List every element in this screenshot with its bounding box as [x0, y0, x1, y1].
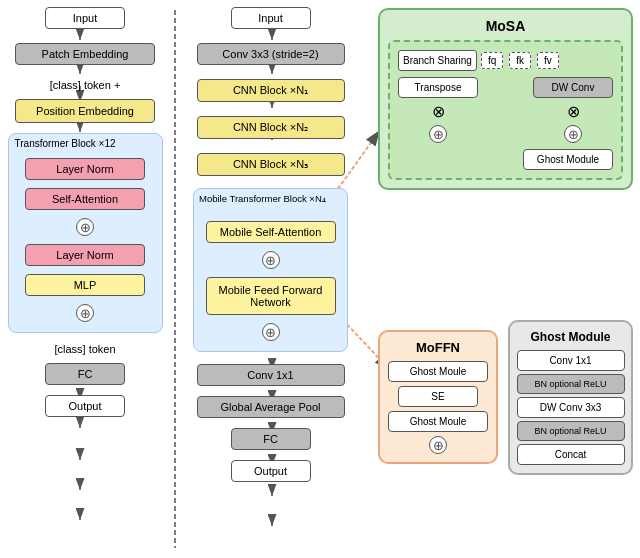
mobile-transformer-container: Mobile Transformer Block ×N₄ Mobile Self…: [193, 188, 348, 352]
ghost-moule-1: Ghost Moule: [388, 361, 488, 382]
gm-concat: Concat: [517, 444, 625, 465]
fq-box: fq: [481, 52, 503, 69]
gm-bn-relu-1: BN optional ReLU: [517, 374, 625, 394]
dw-add: ⊕: [564, 125, 582, 143]
mobile-self-attention: Mobile Self-Attention: [206, 221, 336, 243]
gm-dw-conv3x3: DW Conv 3x3: [517, 397, 625, 418]
fk-box: fk: [509, 52, 531, 69]
position-embedding: Position Embedding: [15, 99, 155, 123]
output-left: Output: [45, 395, 125, 417]
global-avg-pool: Global Average Pool: [197, 396, 345, 418]
mosa-label: MoSA: [388, 18, 623, 34]
residual-add-2: ⊕: [76, 304, 94, 322]
transpose-dw-row: Transpose ⊗ ⊕ DW Conv ⊗ ⊕: [398, 77, 613, 143]
ghost-module-inner: Conv 1x1 BN optional ReLU DW Conv 3x3 BN…: [518, 350, 623, 465]
mobile-ffn: Mobile Feed Forward Network: [206, 277, 336, 315]
branch-sharing-row: Branch Sharing fq fk fv: [398, 50, 613, 71]
mlp: MLP: [25, 274, 145, 296]
moffn-container: MoFFN Ghost Moule SE Ghost Moule ⊕: [378, 330, 498, 464]
ghost-module-in-mosa: Ghost Module: [523, 149, 613, 170]
cnn-block-n1: CNN Block ×N₁: [197, 79, 345, 102]
mosa-inner: Branch Sharing fq fk fv: [388, 40, 623, 180]
self-attention: Self-Attention: [25, 188, 145, 210]
gm-bn-relu-2: BN optional ReLU: [517, 421, 625, 441]
middle-column: Input Conv 3x3 (stride=2) CNN Block ×N₁ …: [188, 5, 353, 482]
moffn-inner: Ghost Moule SE Ghost Moule ⊕: [388, 361, 488, 454]
fc-mid: FC: [231, 428, 311, 450]
dw-conv-box: DW Conv: [533, 77, 613, 98]
ghost-moule-2: Ghost Moule: [388, 411, 488, 432]
output-mid: Output: [231, 460, 311, 482]
mosa-container: MoSA Branch Sharing fq fk fv: [378, 8, 633, 190]
ghost-module-label: Ghost Module: [518, 330, 623, 344]
fc-left: FC: [45, 363, 125, 385]
left-column: Input Patch Embedding [class] token + Po…: [5, 5, 165, 417]
moffn-add: ⊕: [429, 436, 447, 454]
transformer-block-container: Transformer Block ×12 Layer Norm Self-At…: [8, 133, 163, 333]
layer-norm-1: Layer Norm: [25, 158, 145, 180]
architecture-diagram: Input Patch Embedding [class] token + Po…: [0, 0, 640, 558]
residual-add-1: ⊕: [76, 218, 94, 236]
transformer-block-label: Transformer Block ×12: [15, 138, 116, 149]
moffn-label: MoFFN: [388, 340, 488, 355]
dw-conv-section: DW Conv ⊗ ⊕: [533, 77, 613, 143]
conv1x1-mid: Conv 1x1: [197, 364, 345, 386]
gm-conv1x1: Conv 1x1: [517, 350, 625, 371]
input-left: Input: [45, 7, 125, 29]
cnn-block-n2: CNN Block ×N₂: [197, 116, 345, 139]
mobile-transformer-label: Mobile Transformer Block ×N₄: [199, 193, 342, 205]
conv3x3: Conv 3x3 (stride=2): [197, 43, 345, 65]
se-box: SE: [398, 386, 478, 407]
transpose-box: Transpose: [398, 77, 478, 98]
cls-token-label: [class] token +: [50, 79, 121, 91]
mosa-add: ⊕: [429, 125, 447, 143]
ghost-module-container: Ghost Module Conv 1x1 BN optional ReLU D…: [508, 320, 633, 475]
patch-embedding: Patch Embedding: [15, 43, 155, 65]
cls-token-out: [class] token: [54, 343, 115, 355]
layer-norm-2: Layer Norm: [25, 244, 145, 266]
transpose-section: Transpose ⊗ ⊕: [398, 77, 478, 143]
branch-sharing-label: Branch Sharing: [398, 50, 477, 71]
matmul-symbol: ⊗: [432, 102, 445, 121]
cnn-block-n3: CNN Block ×N₃: [197, 153, 345, 176]
input-mid: Input: [231, 7, 311, 29]
dw-matmul: ⊗: [567, 102, 580, 121]
fq-fk-fv-row: fq fk fv: [481, 52, 559, 69]
fv-box: fv: [537, 52, 559, 69]
mobile-residual-add-1: ⊕: [262, 251, 280, 269]
mobile-residual-add-2: ⊕: [262, 323, 280, 341]
